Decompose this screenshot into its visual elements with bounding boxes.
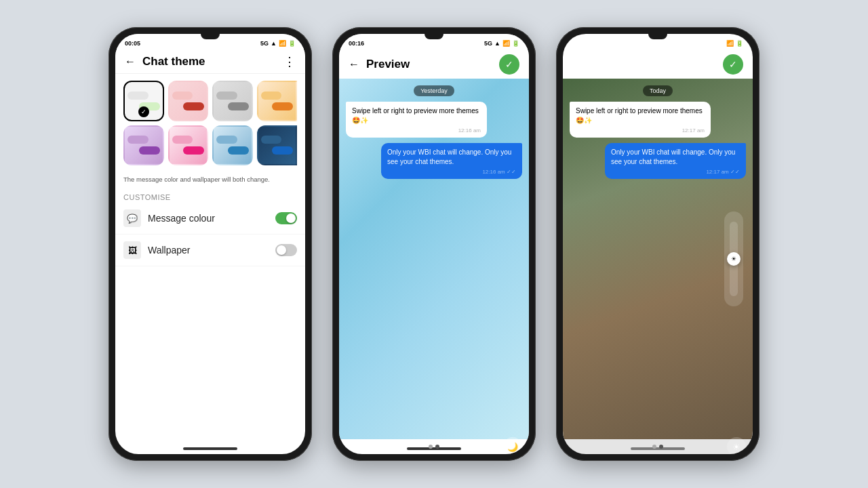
confirm-button-2[interactable]: ✓ [499,54,519,75]
theme-item-gray[interactable] [212,81,253,121]
wifi-icon-2: 📶 [502,40,510,47]
dot-2-3 [659,445,663,449]
slider-thumb[interactable]: ☀ [727,252,741,266]
back-button-2[interactable]: ← [349,58,359,70]
chat-area-2: Yesterday Swipe left or right to preview… [339,79,529,439]
back-button-3[interactable]: ← [572,58,583,70]
page-title: Chat theme [142,55,283,68]
theme-item-darkblue[interactable] [257,125,298,166]
chat-bottom-bar-3: ☀ [563,439,753,454]
battery-icon-3: 🔋 [736,40,743,47]
time-3: 00:17 [572,40,588,47]
selected-check: ✓ [138,106,149,117]
wallpaper-icon: 🖼 [123,241,141,259]
wallpaper-row[interactable]: 🖼 Wallpaper [115,235,305,266]
description-text: The message color and wallpaper will bot… [115,172,305,189]
message-colour-icon: 💬 [123,209,141,227]
light-mode-button-3[interactable]: ☀ [727,437,746,454]
message-text-4: Only your WBI chat will change. Only you… [611,148,735,165]
phone-1: 00:05 5G ▲ 📶 🔋 ← Chat theme ⋮ ✓ [108,27,312,461]
phone-notch-3 [648,34,667,39]
customise-label: Customise [115,189,305,203]
message-received-2: Swipe left or right to preview more them… [570,102,711,138]
home-indicator-1 [183,447,237,450]
page-dots-3 [652,445,663,449]
dot-2-2 [435,445,439,449]
message-colour-row[interactable]: 💬 Message colour [115,203,305,235]
dark-mode-button-2[interactable]: 🌙 [503,437,522,454]
theme-item-purple[interactable] [123,125,164,166]
signal-icon: ▲ [271,40,277,47]
date-chip-3: Today [643,85,673,96]
phone-2: 00:16 5G ▲ 📶 🔋 ← Preview ✓ Yesterday Swi… [332,27,536,461]
brightness-slider[interactable]: ☀ [724,211,743,306]
time-1: 00:05 [125,40,140,47]
time-2: 00:16 [349,40,364,47]
message-text-1: Swipe left or right to preview more them… [352,107,479,124]
signal-icon-2: ▲ [494,40,500,47]
message-colour-toggle[interactable] [275,212,297,224]
slider-track: ☀ [730,222,738,296]
battery-icon: 🔋 [288,40,296,47]
network-2: 5G [484,40,492,47]
wifi-icon-3: 📶 [726,40,734,47]
dot-1-2 [429,445,433,449]
message-sent-2: Only your WBI chat will change. Only you… [605,143,746,179]
message-time-3: 12:17 am [576,127,705,134]
brightness-icon: ☀ [731,256,736,262]
theme-item-pink2[interactable] [168,125,209,166]
message-received-1: Swipe left or right to preview more them… [346,102,487,138]
chat-bottom-bar-2: 🌙 [339,439,529,454]
wifi-icon: 📶 [279,40,286,47]
chat-area-3: Today Swipe left or right to preview mor… [563,79,753,439]
confirm-button-3[interactable]: ✓ [723,54,743,75]
date-chip-2: Yesterday [414,85,454,96]
theme-grid: ✓ [115,74,305,172]
page-dots-2 [429,445,439,449]
theme-item-blue[interactable] [212,125,253,166]
theme-item-orange[interactable] [257,81,298,121]
more-options-icon[interactable]: ⋮ [283,54,296,69]
message-colour-label: Message colour [148,213,275,224]
message-text-3: Swipe left or right to preview more them… [576,107,703,124]
dot-1-3 [652,445,656,449]
message-time-4: 12:17 am ✓✓ [611,168,740,176]
preview-app-bar-3: ← Preview ✓ [563,50,753,79]
wallpaper-toggle[interactable] [275,244,297,256]
preview-app-bar-2: ← Preview ✓ [339,50,529,79]
network-1: 5G [260,40,269,47]
phone-notch [201,34,220,39]
wallpaper-label: Wallpaper [148,245,275,256]
message-text-2: Only your WBI chat will change. Only you… [387,148,511,165]
preview-title-3: Preview [590,58,723,71]
phone-notch-2 [425,34,443,39]
phone-3: 00:17 5G ▲ 📶 🔋 ← Preview ✓ Today Swipe l… [556,27,760,461]
message-sent-1: Only your WBI chat will change. Only you… [381,143,522,179]
network-3: 5G [708,40,716,47]
chat-theme-app-bar: ← Chat theme ⋮ [115,50,305,74]
signal-icon-3: ▲ [718,40,724,47]
back-button[interactable]: ← [125,56,136,68]
theme-item-pink[interactable] [168,81,209,121]
message-time-1: 12:16 am [352,127,481,134]
battery-icon-2: 🔋 [512,40,519,47]
message-time-2: 12:16 am ✓✓ [387,168,516,176]
preview-title-2: Preview [366,58,499,71]
theme-item-default[interactable]: ✓ [123,81,164,121]
